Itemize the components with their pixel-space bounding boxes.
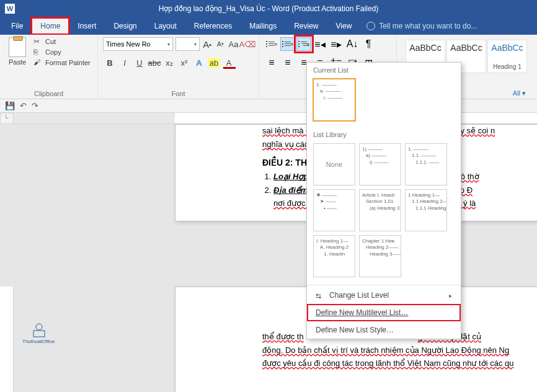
chevron-right-icon: ▸ (449, 292, 452, 299)
style-sample: AaBbCc (489, 43, 525, 53)
align-center-button[interactable]: ≡ (280, 56, 295, 69)
tell-me-text: Tell me what you want to do... (379, 22, 477, 30)
menu-item-label: Define New List Style… (316, 326, 394, 334)
subscript-button[interactable]: x₂ (162, 56, 176, 69)
shrink-font-button[interactable]: A▾ (215, 38, 226, 50)
tab-layout[interactable]: Layout (146, 18, 185, 34)
undo-button[interactable]: ↶ (20, 101, 27, 110)
paste-icon (9, 37, 26, 57)
redo-button[interactable]: ↷ (32, 101, 38, 110)
cut-button[interactable]: Cut (33, 37, 91, 46)
logo-icon (29, 321, 48, 337)
list-thumb[interactable]: 1 Heading 1—1.1 Heading 2—1.1.1 Heading (405, 189, 447, 231)
panel-section-current: Current List (307, 63, 461, 76)
body-text: động. Do bản chất vị trí và trách nhiệm … (262, 344, 536, 357)
font-label: Font (103, 90, 254, 97)
increase-indent-button[interactable]: ≡▸ (329, 37, 344, 51)
strike-button[interactable]: abc (148, 56, 161, 69)
chevron-down-icon: ▾ (275, 42, 277, 47)
underline-button[interactable]: U (133, 56, 146, 69)
format-painter-label: Format Painter (45, 59, 91, 66)
body-text: được yêu cầu đi công tác trong lãnh thổ … (262, 357, 536, 370)
logo-text: ThuthuatOffice (22, 339, 55, 344)
copy-label: Copy (45, 48, 61, 56)
numbering-button[interactable]: ▾ (280, 37, 295, 51)
tell-me[interactable]: Tell me what you want to do... (366, 22, 477, 30)
highlight-button[interactable]: ab (207, 56, 221, 69)
font-color-button[interactable]: A (222, 56, 236, 69)
show-marks-button[interactable]: ¶ (361, 37, 376, 51)
group-font: Times New Ro▾ ▾ A▴ A▾ Aa A⌫ B I U abc x₂… (98, 35, 259, 99)
grow-font-button[interactable]: A▴ (202, 38, 213, 50)
list-thumb[interactable]: 1) ———a) ———i) ——— (359, 143, 401, 185)
save-button[interactable]: 💾 (5, 101, 15, 110)
chevron-down-icon: ▾ (307, 42, 309, 47)
svg-rect-0 (33, 331, 45, 337)
cut-label: Cut (45, 38, 56, 45)
watermark-logo: ThuthuatOffice (22, 321, 55, 344)
svg-point-1 (36, 324, 42, 330)
body-text: thể được th (262, 332, 304, 341)
sort-button[interactable]: A↓ (345, 37, 360, 51)
font-name-select[interactable]: Times New Ro▾ (103, 37, 173, 51)
multilevel-list-button[interactable]: ▾ (296, 37, 311, 51)
paste-button[interactable]: Paste (5, 37, 30, 67)
tab-review[interactable]: Review (285, 18, 327, 34)
tab-references[interactable]: References (185, 18, 241, 34)
indent-icon (316, 292, 324, 299)
window-title: Hợp đồng lao động_Ha_Visa Úc - Word (Pro… (159, 4, 379, 13)
copy-icon (33, 48, 42, 56)
define-multilevel-list-item[interactable]: Define New Multilevel List… (307, 304, 461, 321)
panel-section-library: List Library (307, 127, 461, 141)
group-clipboard: Paste Cut Copy Format Painter Clipboard (0, 35, 98, 99)
ruler-corner: L (0, 113, 14, 124)
menu-item-label: Define New Multilevel List… (316, 308, 408, 317)
font-size-select[interactable]: ▾ (175, 37, 200, 51)
font-name-value: Times New Ro (106, 40, 151, 48)
bold-button[interactable]: B (103, 56, 117, 69)
tab-view[interactable]: View (327, 18, 361, 34)
text-effects-button[interactable]: A (192, 56, 206, 69)
align-left-button[interactable]: ≡ (264, 56, 279, 69)
italic-button[interactable]: I (118, 56, 131, 69)
chevron-down-icon: ▾ (167, 42, 170, 47)
bullets-icon (266, 40, 275, 48)
style-heading1[interactable]: AaBbCcHeading 1 (487, 40, 527, 73)
copy-button[interactable]: Copy (33, 48, 91, 56)
change-list-level-item[interactable]: Change List Level ▸ (307, 287, 461, 304)
tab-design[interactable]: Design (105, 18, 145, 34)
style-sample: AaBbCc (407, 43, 443, 53)
style-sample: AaBbCc (448, 43, 484, 53)
style-name: Heading 1 (489, 63, 525, 70)
change-case-button[interactable]: Aa (228, 38, 239, 50)
superscript-button[interactable]: x² (177, 56, 191, 69)
list-thumb-none[interactable]: None (313, 143, 355, 185)
tab-file[interactable]: File (2, 18, 32, 34)
list-thumb[interactable]: Article I. HeadiSection 1.01(a) Heading … (359, 189, 401, 231)
tab-insert[interactable]: Insert (69, 18, 105, 34)
list-thumb[interactable]: Chapter 1 HeaHeading 2——Heading 3—— (359, 235, 401, 277)
color-swatch (223, 67, 236, 69)
numbering-icon (282, 40, 291, 48)
clear-format-button[interactable]: A⌫ (241, 38, 254, 50)
tab-mailings[interactable]: Mailings (241, 18, 285, 34)
multilevel-icon (298, 40, 307, 48)
bullets-button[interactable]: ▾ (264, 37, 279, 51)
vertical-ruler[interactable] (0, 287, 14, 392)
list-thumb[interactable]: ❖ ———➤ ——• —— (313, 189, 355, 231)
multilevel-list-panel: Current List 1. ——— a. ——— i. ——— List L… (306, 62, 461, 339)
format-painter-button[interactable]: Format Painter (33, 58, 91, 67)
list-thumb-current[interactable]: 1. ——— a. ——— i. ——— (313, 79, 355, 121)
word-icon: W (5, 4, 15, 14)
scissors-icon (33, 37, 42, 46)
thumb-line: 1. ——— (316, 82, 352, 88)
tab-home[interactable]: Home (32, 18, 69, 34)
list-thumb[interactable]: I. Heading 1—A. Heading 21. Headin (313, 235, 355, 277)
decrease-indent-button[interactable]: ≡◂ (313, 37, 327, 51)
brush-icon (33, 58, 42, 67)
thumb-line: a. ——— (320, 88, 352, 94)
clipboard-label: Clipboard (5, 90, 92, 97)
title-bar: W Hợp đồng lao động_Ha_Visa Úc - Word (P… (0, 0, 537, 17)
list-thumb[interactable]: 1. ———1.1. ———1.1.1. —— (405, 143, 447, 185)
define-list-style-item[interactable]: Define New List Style… (307, 321, 461, 339)
